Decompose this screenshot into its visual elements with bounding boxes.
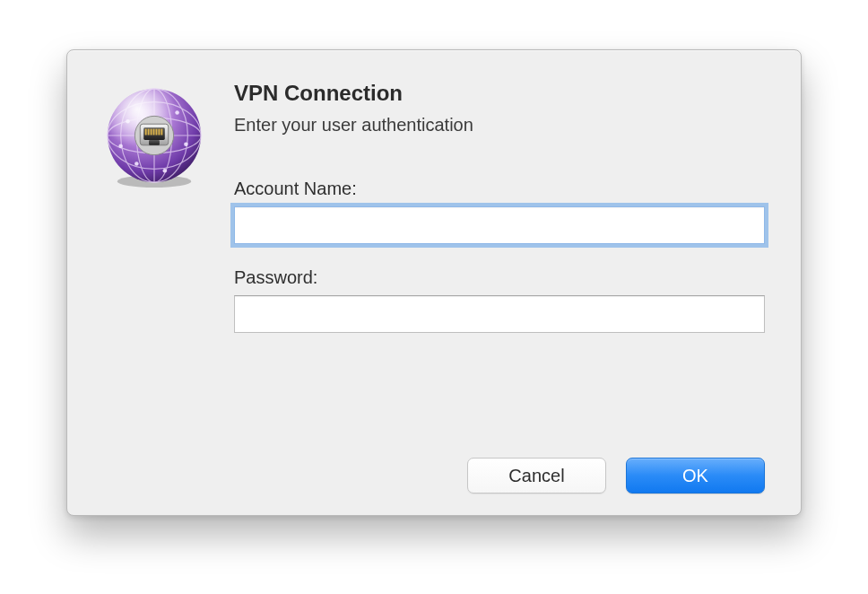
cancel-button[interactable]: Cancel (467, 458, 606, 494)
svg-rect-21 (153, 129, 155, 135)
account-name-input[interactable] (234, 206, 765, 244)
dialog-icon-column (101, 77, 227, 431)
svg-rect-22 (155, 129, 157, 135)
page-background: VPN Connection Enter your user authentic… (0, 0, 868, 594)
account-name-field: Account Name: (234, 179, 765, 244)
dialog-content: VPN Connection Enter your user authentic… (227, 77, 774, 431)
svg-rect-18 (145, 129, 147, 135)
svg-rect-25 (149, 140, 160, 145)
dialog-subtitle: Enter your user authentication (234, 115, 765, 135)
vpn-auth-dialog: VPN Connection Enter your user authentic… (66, 49, 802, 516)
password-field: Password: (234, 267, 765, 333)
account-name-label: Account Name: (234, 179, 765, 199)
dialog-title: VPN Connection (234, 81, 765, 106)
svg-rect-24 (161, 129, 162, 135)
svg-rect-19 (148, 129, 150, 135)
password-input[interactable] (234, 295, 765, 333)
ok-button[interactable]: OK (626, 458, 765, 494)
network-globe-icon (101, 83, 207, 188)
svg-rect-23 (158, 129, 160, 135)
dialog-button-row: Cancel OK (101, 431, 774, 494)
dialog-body: VPN Connection Enter your user authentic… (101, 77, 774, 431)
password-label: Password: (234, 267, 765, 288)
svg-rect-20 (151, 129, 152, 135)
